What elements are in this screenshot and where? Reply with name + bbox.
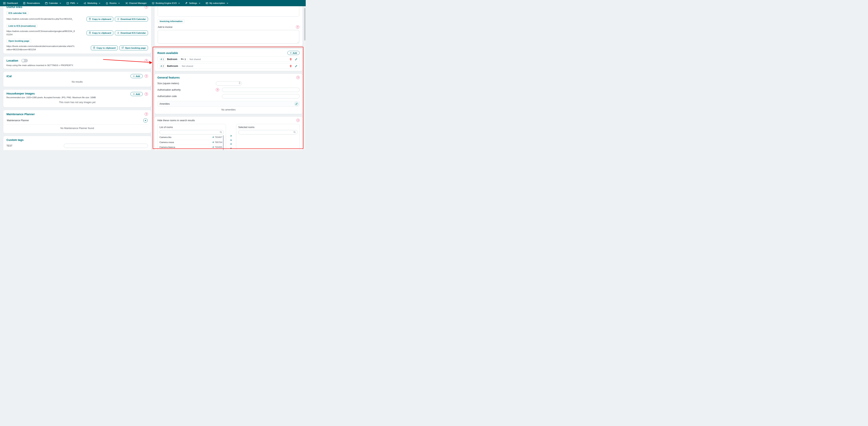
- room-name: Camera blu: [159, 136, 172, 138]
- add-maintenance-button[interactable]: +: [143, 118, 148, 123]
- delete-room-button[interactable]: [289, 65, 292, 68]
- clipboard-icon: [89, 32, 91, 34]
- authorization-code-row: Authorization code: [157, 94, 300, 98]
- external-link-icon: [121, 46, 124, 49]
- button-label: Add: [136, 75, 140, 77]
- nav-pms[interactable]: PMS: [66, 2, 79, 4]
- help-icon[interactable]: ?: [145, 112, 148, 116]
- copy-to-clipboard-button[interactable]: Copy to clipboard: [91, 45, 118, 50]
- edit-room-button[interactable]: [294, 58, 298, 61]
- hash-icon: #: [213, 146, 214, 148]
- selected-rooms-search-input[interactable]: [238, 130, 298, 134]
- room-row[interactable]: # 1 Bedroom 1 Not shared: [157, 57, 300, 62]
- reservations-icon: [23, 2, 26, 4]
- copy-to-clipboard-button[interactable]: Copy to clipboard: [87, 17, 114, 22]
- list-item[interactable]: Camera bianca #793495: [159, 145, 222, 150]
- add-image-button[interactable]: + Add: [130, 92, 143, 96]
- nav-channel-manager[interactable]: Channel Manager: [125, 2, 147, 4]
- add-ical-button[interactable]: + Add: [130, 74, 143, 78]
- add-to-invoice-textarea[interactable]: [158, 30, 299, 44]
- amenities-bar: Amenities: [157, 101, 300, 107]
- general-features-title: General features: [157, 76, 180, 79]
- move-right-button[interactable]: >: [230, 134, 232, 137]
- help-icon[interactable]: ?: [296, 25, 299, 29]
- nav-rooms[interactable]: Rooms: [106, 2, 120, 4]
- maintenance-planner-row: Maintenance Planner +: [6, 117, 148, 125]
- nav-label: Reservations: [27, 2, 40, 4]
- location-toggle[interactable]: [21, 59, 28, 62]
- list-item[interactable]: Camera verde #793496: [159, 150, 222, 150]
- nav-booking-engine[interactable]: Booking Engine EVO: [152, 2, 180, 4]
- open-booking-page-button[interactable]: Open booking page: [119, 45, 148, 50]
- room-id: 789764: [215, 141, 222, 143]
- ical-empty-state: No results: [6, 78, 148, 85]
- help-icon[interactable]: ?: [296, 76, 300, 79]
- help-icon[interactable]: ?: [216, 88, 219, 91]
- housekeeper-images-card: Housekeeper images Recommended size: 192…: [3, 90, 151, 107]
- delete-room-button[interactable]: [289, 58, 292, 61]
- hide-rooms-card: Hide these rooms in search results ? Lis…: [154, 117, 303, 150]
- rooms-search-input[interactable]: [159, 130, 224, 134]
- hash-icon: #: [213, 141, 214, 143]
- divider: [179, 58, 179, 60]
- room-name: Bathroom: [167, 65, 178, 67]
- nav-label: Booking Engine EVO: [156, 2, 177, 4]
- move-all-left-button[interactable]: «: [230, 147, 232, 150]
- list-item[interactable]: Camera blu #793497: [159, 135, 222, 140]
- copy-to-clipboard-button[interactable]: Copy to clipboard: [87, 31, 114, 35]
- maintenance-empty-state: No Maintenance Planner found: [6, 125, 148, 131]
- chevron-down-icon: [76, 2, 79, 4]
- help-icon[interactable]: ?: [145, 92, 148, 96]
- authorization-code-label: Authorization code: [157, 95, 222, 98]
- move-left-button[interactable]: <: [230, 143, 232, 145]
- size-input[interactable]: [216, 81, 242, 86]
- list-of-rooms-title: List of rooms: [159, 126, 224, 129]
- hash-icon: #: [213, 136, 214, 138]
- page-scrollbar-track[interactable]: [304, 6, 306, 150]
- nav-my-subscription[interactable]: My subscription: [206, 2, 228, 4]
- nav-label: Channel Manager: [129, 2, 147, 4]
- section-heading: ICS calendar link: [6, 11, 28, 15]
- number-stepper[interactable]: [239, 81, 240, 84]
- nav-settings[interactable]: Settings: [185, 2, 200, 4]
- room-number-chip: # 2: [159, 65, 165, 68]
- custom-tag-test-input[interactable]: [64, 143, 148, 148]
- calendar-icon: [45, 2, 48, 4]
- invoicing-card: Invoicing information Add to invoice ?: [154, 3, 303, 46]
- custom-tag-row: TEST: [6, 143, 148, 148]
- authorization-code-input[interactable]: [222, 94, 300, 98]
- page-scrollbar-thumb[interactable]: [304, 8, 306, 40]
- nav-marketing[interactable]: Marketing: [84, 2, 101, 4]
- edit-amenities-button[interactable]: [294, 102, 299, 106]
- room-row[interactable]: # 2 Bathroom Not shared: [157, 63, 300, 69]
- help-icon[interactable]: ?: [145, 59, 148, 62]
- plus-icon: +: [133, 75, 135, 77]
- hash-icon: #: [161, 65, 162, 67]
- button-label: Copy to clipboard: [92, 18, 111, 20]
- edit-room-button[interactable]: [294, 65, 298, 68]
- notes-textarea[interactable]: [158, 4, 299, 17]
- transfer-controls: > » < «: [227, 124, 235, 150]
- download-ics-button[interactable]: Download ICS Calendar: [115, 17, 148, 22]
- useful-links-card: Useful links ? ICS calendar link https:/…: [3, 3, 151, 54]
- search-icon: [293, 131, 296, 133]
- authorization-authority-input[interactable]: [222, 88, 300, 92]
- nav-calendar[interactable]: Calendar: [45, 2, 61, 4]
- download-ics-button[interactable]: Download ICS Calendar: [115, 31, 148, 35]
- room-name: Camera bianca: [159, 146, 175, 149]
- shared-status: Not shared: [182, 65, 193, 67]
- clipboard-icon: [89, 18, 91, 21]
- list-item[interactable]: Camera rossa #789764: [159, 140, 222, 145]
- help-icon[interactable]: ?: [296, 119, 300, 122]
- rooms-icon: [106, 2, 108, 4]
- help-icon[interactable]: ?: [145, 74, 148, 78]
- nav-dashboard[interactable]: Dashboard: [3, 2, 18, 4]
- dashboard-icon: [3, 2, 6, 4]
- nav-reservations[interactable]: Reservations: [23, 2, 40, 4]
- add-room-button[interactable]: + Add: [287, 51, 300, 55]
- move-all-right-button[interactable]: »: [230, 138, 232, 141]
- room-name: Bedroom: [167, 58, 178, 61]
- size-label: Size (square meters): [157, 82, 216, 85]
- button-label: Download ICS Calendar: [121, 32, 146, 34]
- list-scrollbar[interactable]: [223, 135, 224, 150]
